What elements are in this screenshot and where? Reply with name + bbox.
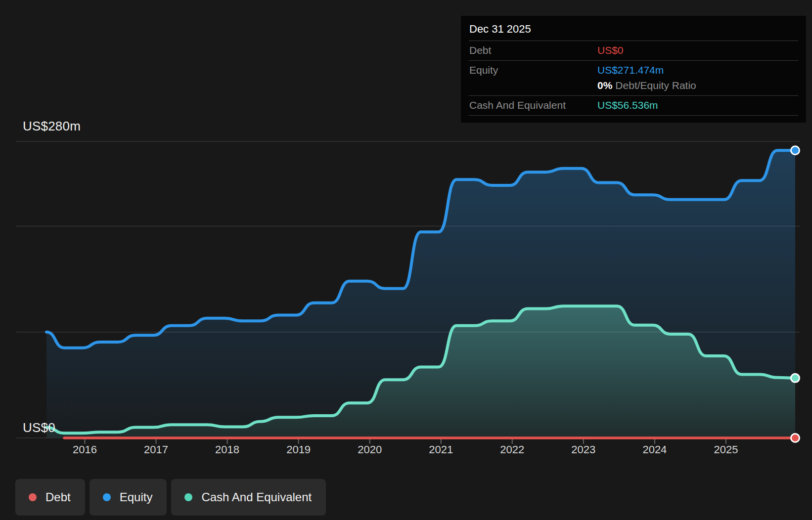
tooltip-row-debt: Debt US$0 xyxy=(469,41,798,61)
tooltip-date-title: Dec 31 2025 xyxy=(469,22,798,41)
x-axis-label-2023: 2023 xyxy=(571,443,595,456)
y-axis-label-zero: US$0 xyxy=(23,420,55,435)
x-axis-label-2022: 2022 xyxy=(500,443,524,456)
y-axis-label-max: US$280m xyxy=(23,119,81,134)
tooltip-label-debt: Debt xyxy=(469,44,597,57)
chart-tooltip: Dec 31 2025 Debt US$0 Equity US$271.474m… xyxy=(461,16,806,123)
x-axis-label-2016: 2016 xyxy=(73,443,97,456)
tooltip-value-equity-block: US$271.474m 0%Debt/Equity Ratio xyxy=(597,64,798,92)
ratio-label: Debt/Equity Ratio xyxy=(615,80,696,91)
x-axis-label-2018: 2018 xyxy=(215,443,239,456)
tooltip-value-equity: US$271.474m xyxy=(597,64,798,77)
x-axis-label-2019: 2019 xyxy=(286,443,311,456)
legend-item-debt[interactable]: Debt xyxy=(15,479,85,516)
x-axis-label-2025: 2025 xyxy=(714,443,738,456)
legend-label-cash: Cash And Equivalent xyxy=(201,490,312,504)
tooltip-label-cash: Cash And Equivalent xyxy=(469,99,597,112)
tooltip-row-equity: Equity US$271.474m 0%Debt/Equity Ratio xyxy=(469,61,798,96)
tooltip-value-cash: US$56.536m xyxy=(597,99,798,112)
x-axis-label-2021: 2021 xyxy=(429,443,453,456)
tooltip-debt-equity-ratio: 0%Debt/Equity Ratio xyxy=(597,79,798,92)
x-axis-label-2017: 2017 xyxy=(144,443,168,456)
tooltip-value-debt: US$0 xyxy=(597,44,798,57)
tooltip-label-equity: Equity xyxy=(469,64,597,77)
legend-item-cash[interactable]: Cash And Equivalent xyxy=(171,479,326,516)
x-axis-label-2024: 2024 xyxy=(642,443,667,456)
legend-label-equity: Equity xyxy=(120,490,153,504)
debt-endpoint-marker xyxy=(791,434,800,442)
chart-legend: Debt Equity Cash And Equivalent xyxy=(15,479,326,516)
legend-item-equity[interactable]: Equity xyxy=(90,479,167,516)
debt-series-dot-icon xyxy=(29,493,37,501)
cash-endpoint-marker xyxy=(791,374,800,382)
legend-label-debt: Debt xyxy=(45,490,71,504)
equity-series-dot-icon xyxy=(103,493,111,501)
ratio-percent: 0% xyxy=(597,80,612,91)
tooltip-row-cash: Cash And Equivalent US$56.536m xyxy=(469,96,798,116)
debt-equity-history-chart: US$280m US$0 201620172018201920202021202… xyxy=(0,0,812,520)
x-axis-label-2020: 2020 xyxy=(358,443,382,456)
cash-series-dot-icon xyxy=(184,493,192,501)
equity-endpoint-marker xyxy=(791,146,800,155)
